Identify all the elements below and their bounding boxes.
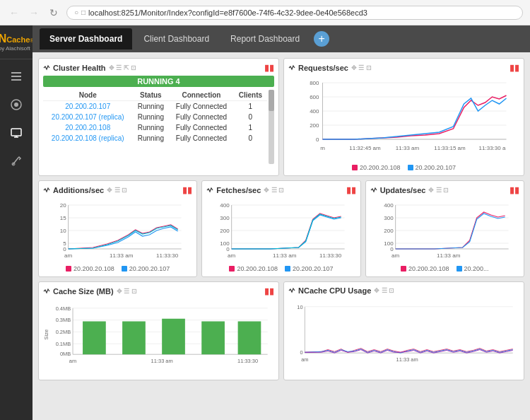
node-1: 20.200.20.107 xyxy=(43,101,133,112)
additions-title-area: Additions/sec ✥ ☰ ⊡ xyxy=(43,186,127,194)
svg-text:0.1MB: 0.1MB xyxy=(56,341,71,347)
col-status: Status xyxy=(133,90,170,101)
table-row: 20.200.20.107 (replica) Running Fully Co… xyxy=(43,112,267,122)
updates-header: Updates/sec ✥ ☰ ⊡ ▮▮ xyxy=(370,185,519,195)
svg-text:11:33:30 a: 11:33:30 a xyxy=(479,145,506,151)
cache-size-widget: Cache Size (MB) ✥ ☰ ⊡ ▮▮ 0.4MB 0.3MB xyxy=(38,281,279,380)
cache-size-icon xyxy=(43,288,50,295)
sidebar-dashboard-icon[interactable] xyxy=(2,92,30,117)
fetches-pause[interactable]: ▮▮ xyxy=(346,185,356,195)
cluster-health-icon xyxy=(43,64,50,71)
back-button[interactable]: ← xyxy=(7,6,21,20)
requests-title-area: Requests/sec ✥ ☰ ⊡ xyxy=(288,64,372,72)
additions-chart: 20 15 10 5 0 am 11:33 am 11:33:30 xyxy=(43,198,192,262)
cluster-table-scroll[interactable]: Node Status Connection Clients 20.200.20… xyxy=(43,90,267,164)
updates-title-area: Updates/sec ✥ ☰ ⊡ xyxy=(370,186,449,194)
bar-4 xyxy=(201,321,225,354)
logo: N Cache ® by Alachisoft xyxy=(0,25,33,59)
sidebar-monitor-icon[interactable] xyxy=(2,120,30,146)
requests-header: Requests/sec ✥ ☰ ⊡ ▮▮ xyxy=(288,63,519,73)
cache-size-title-area: Cache Size (MB) ✥ ☰ ⊡ xyxy=(43,287,137,296)
bar-3 xyxy=(162,319,185,354)
legend-label-108: 20.200.20.108 xyxy=(360,164,401,171)
svg-point-1 xyxy=(14,103,18,107)
tab-server-dashboard[interactable]: Server Dashboard xyxy=(40,28,132,49)
sidebar-tools-icon[interactable] xyxy=(2,148,30,174)
additions-pause[interactable]: ▮▮ xyxy=(182,185,192,195)
cluster-table: Node Status Connection Clients 20.200.20… xyxy=(43,90,267,144)
ncache-cpu-chart: 10 0 am 11:33 am xyxy=(288,298,519,372)
svg-text:11:33 am: 11:33 am xyxy=(396,356,418,363)
ncache-cpu-widget: NCache CPU Usage ✥ ☰ ⊡ 10 0 xyxy=(283,281,524,380)
svg-text:11:33:30: 11:33:30 xyxy=(319,252,342,259)
svg-rect-2 xyxy=(11,129,21,136)
table-row: 20.200.20.108 Running Fully Connected 1 xyxy=(43,122,267,133)
svg-text:0MB: 0MB xyxy=(60,351,71,357)
logo-cache: Cache xyxy=(6,35,30,44)
cluster-health-header: Cluster Health ✥ ☰ ⇱ ⊡ ▮▮ xyxy=(43,63,274,73)
svg-text:20: 20 xyxy=(60,202,66,209)
cluster-health-pause[interactable]: ▮▮ xyxy=(264,63,274,73)
top-nav: Server Dashboard Client Dashboard Report… xyxy=(33,25,530,52)
tab-report-dashboard[interactable]: Report Dashboard xyxy=(220,28,310,49)
forward-button[interactable]: → xyxy=(27,6,41,20)
status-1: Running xyxy=(133,101,170,112)
requests-pause[interactable]: ▮▮ xyxy=(510,63,519,73)
svg-text:11:33 am: 11:33 am xyxy=(273,252,297,259)
svg-text:0.3MB: 0.3MB xyxy=(56,317,71,323)
cache-size-pause[interactable]: ▮▮ xyxy=(264,286,274,296)
svg-text:200: 200 xyxy=(384,228,394,234)
table-row: 20.200.20.107 Running Fully Connected 1 xyxy=(43,101,267,112)
fetches-icon xyxy=(206,187,213,194)
reload-button[interactable]: ↻ xyxy=(47,6,61,20)
svg-text:11:32:45 am: 11:32:45 am xyxy=(349,145,381,151)
cache-size-chart: 0.4MB 0.3MB 0.2MB 0.1MB 0MB Size am xyxy=(43,299,274,373)
bar-2 xyxy=(122,321,146,354)
sidebar-menu-icon[interactable] xyxy=(2,64,30,89)
clients-1: 1 xyxy=(234,101,267,112)
svg-text:11:33 am: 11:33 am xyxy=(396,145,420,151)
clients-2: 0 xyxy=(234,112,267,122)
updates-pause[interactable]: ▮▮ xyxy=(510,185,519,195)
ncache-cpu-title: NCache CPU Usage xyxy=(298,286,371,295)
status-2: Running xyxy=(133,112,170,122)
dashboard: Cluster Health ✥ ☰ ⇱ ⊡ ▮▮ RUNNING 4 Node xyxy=(33,52,530,420)
tab-client-dashboard[interactable]: Client Dashboard xyxy=(134,28,219,49)
svg-text:10: 10 xyxy=(297,304,302,310)
svg-text:am: am xyxy=(64,252,72,259)
fetches-sec-widget: Fetches/sec ✥ ☰ ⊡ ▮▮ 400 300 xyxy=(201,180,360,277)
svg-text:11:33:15 am: 11:33:15 am xyxy=(434,145,466,151)
requests-title: Requests/sec xyxy=(298,64,348,72)
clients-4: 0 xyxy=(234,133,267,144)
cluster-health-widget: Cluster Health ✥ ☰ ⇱ ⊡ ▮▮ RUNNING 4 Node xyxy=(38,58,279,176)
fetches-title: Fetches/sec xyxy=(216,186,261,194)
cluster-status-bar: RUNNING 4 xyxy=(43,76,274,87)
svg-text:0.2MB: 0.2MB xyxy=(56,329,71,335)
col-clients: Clients xyxy=(234,90,267,101)
table-row: 20.200.20.108 (replica) Running Fully Co… xyxy=(43,133,267,144)
requests-icon xyxy=(288,64,295,71)
svg-text:am: am xyxy=(301,356,308,363)
cluster-health-icons: ✥ ☰ ⇱ ⊡ xyxy=(109,64,137,71)
url-text: localhost:8251/Monitor/Index?configId=e8… xyxy=(88,8,515,17)
logo-n: N xyxy=(0,33,6,45)
bot-row: Cache Size (MB) ✥ ☰ ⊡ ▮▮ 0.4MB 0.3MB xyxy=(38,281,524,380)
sidebar: N Cache ® by Alachisoft xyxy=(0,25,33,420)
ncache-cpu-header: NCache CPU Usage ✥ ☰ ⊡ xyxy=(288,286,519,295)
address-bar[interactable]: ○ □ localhost:8251/Monitor/Index?configI… xyxy=(66,6,523,20)
svg-text:400: 400 xyxy=(384,202,394,209)
additions-title: Additions/sec xyxy=(53,186,104,194)
clients-3: 1 xyxy=(234,122,267,133)
svg-text:200: 200 xyxy=(220,228,230,234)
add-tab-button[interactable]: + xyxy=(314,31,329,47)
connection-3: Fully Connected xyxy=(169,122,234,133)
svg-text:11:33:30: 11:33:30 xyxy=(237,358,258,364)
svg-text:am: am xyxy=(69,358,76,364)
updates-chart: 400 300 200 100 0 am 11:33 am xyxy=(370,198,519,262)
fetches-title-area: Fetches/sec ✥ ☰ ⊡ xyxy=(206,186,284,194)
ncache-cpu-title-area: NCache CPU Usage ✥ ☰ ⊡ xyxy=(288,286,394,295)
legend-107: 20.200.20.107 xyxy=(408,164,457,171)
scrollbar[interactable] xyxy=(269,90,274,164)
svg-text:0: 0 xyxy=(227,246,230,252)
svg-text:Size: Size xyxy=(43,329,49,340)
